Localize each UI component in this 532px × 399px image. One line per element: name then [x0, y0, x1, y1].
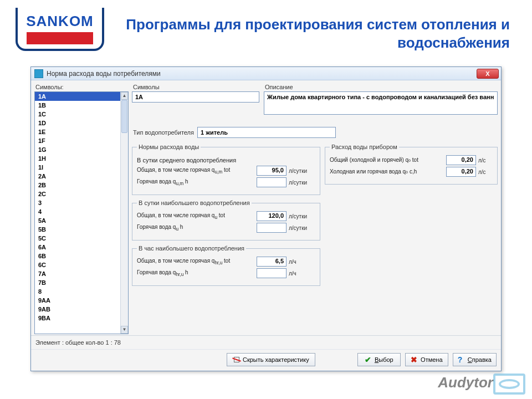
watermark-text: Audytor [438, 374, 493, 391]
avg-total-unit: л/сутки [289, 168, 315, 174]
maxhour-fieldset: В час наибольшего водопотребления Общая,… [132, 245, 320, 286]
scroll-up-button[interactable]: ▲ [121, 92, 128, 100]
avg-hot-input[interactable] [257, 177, 287, 187]
maxhour-total-input[interactable]: 6,5 [257, 257, 287, 267]
list-item[interactable]: 9AA [35, 296, 120, 305]
list-item[interactable]: 2B [35, 181, 120, 190]
list-item[interactable]: 2C [35, 190, 120, 198]
dialog-window: Норма расхода воды потребителями X Симво… [30, 66, 502, 371]
symbol-field[interactable]: 1A [132, 91, 259, 103]
maxday-hot-input[interactable] [257, 223, 287, 233]
list-item[interactable]: 1D [35, 119, 120, 127]
list-item[interactable]: 8 [35, 287, 120, 296]
description-label: Описание [265, 84, 498, 90]
page-title: Программы для проектирования систем отоп… [104, 16, 510, 52]
help-button[interactable]: ? Справка [453, 353, 497, 366]
maxday-total-input[interactable]: 120,0 [257, 211, 287, 221]
watermark-icon [493, 374, 525, 395]
section-maxhour-label: В час наибольшего водопотребления [137, 245, 246, 252]
list-item[interactable]: 1E [35, 127, 120, 136]
list-item[interactable]: 9AB [35, 305, 120, 314]
select-button-label: Выбор [375, 356, 393, 363]
list-item[interactable]: 2A [35, 172, 120, 181]
symbol-listbox[interactable]: 1A1B1C1D1E1F1G1H1I2A2B2C345A5B5C6A6B6C7A… [34, 91, 129, 334]
consumer-type-label: Тип водопотребителя [133, 129, 195, 136]
list-item[interactable]: 6B [35, 252, 120, 260]
check-icon: ✔ [365, 356, 372, 364]
norms-fieldset: Нормы расхода воды В сутки среднего водо… [132, 144, 320, 195]
cancel-button[interactable]: ✖ Отмена [405, 353, 448, 366]
device-coldhot-input[interactable]: 0,20 [446, 167, 476, 177]
maxday-total-unit: л/сутки [289, 213, 315, 219]
list-item[interactable]: 7A [35, 269, 120, 278]
device-legend: Расход воды прибором [330, 144, 399, 150]
avg-hot-unit: л/сутки [289, 180, 315, 186]
list-scrollbar[interactable]: ▲ ▼ [120, 92, 128, 334]
maxhour-hot-unit: л/ч [289, 270, 315, 277]
hide-icon [233, 356, 241, 364]
list-item[interactable]: 3 [35, 198, 120, 207]
maxhour-hot-label: Горячая вода qhr,u h [137, 269, 254, 278]
window-title: Норма расхода воды потребителями [47, 70, 161, 78]
help-button-label: Справка [468, 356, 492, 363]
maxday-total-label: Общая, в том числе горячая qu tot [137, 212, 254, 221]
list-item[interactable]: 5A [35, 216, 120, 225]
button-row: Скрыть характеристику ✔ Выбор ✖ Отмена ?… [31, 349, 501, 371]
list-item[interactable]: 5C [35, 234, 120, 243]
list-item[interactable]: 1I [35, 163, 120, 172]
list-item[interactable]: 1C [35, 110, 120, 119]
list-item[interactable]: 1F [35, 136, 120, 145]
cancel-icon: ✖ [411, 356, 418, 364]
list-item[interactable]: 1B [35, 101, 120, 110]
device-total-unit: л/с [478, 157, 493, 163]
maxday-hot-label: Горячая вода qu h [137, 224, 254, 232]
device-fieldset: Расход воды прибором Общий (холодной и г… [325, 144, 498, 185]
brand-bar [27, 32, 93, 44]
titlebar[interactable]: Норма расхода воды потребителями X [31, 67, 501, 80]
maxday-fieldset: В сутки наибольшего водопотребления Обща… [132, 200, 320, 241]
list-item[interactable]: 1H [35, 154, 120, 163]
app-icon [34, 69, 43, 78]
maxhour-total-unit: л/ч [289, 259, 315, 265]
list-item[interactable]: 6A [35, 243, 120, 252]
symbols-label-left: Символы: [35, 84, 129, 90]
avg-total-label: Общая, в том числе горячая qu,m tot [137, 167, 254, 175]
device-total-input[interactable]: 0,20 [446, 155, 476, 165]
select-button[interactable]: ✔ Выбор [357, 353, 401, 366]
list-item[interactable]: 1A [35, 92, 120, 101]
page-header: SANKOM Программы для проектирования сист… [0, 0, 532, 52]
maxhour-hot-input[interactable] [257, 268, 287, 278]
device-coldhot-unit: л/с [478, 169, 493, 175]
scroll-down-button[interactable]: ▼ [121, 326, 128, 334]
list-item[interactable]: 9BA [35, 314, 120, 323]
device-total-label: Общий (холодной и горячей) q₀ tot [330, 157, 444, 163]
list-item[interactable]: 1G [35, 145, 120, 154]
status-bar: Элемент : общее кол-во 1 : 78 [31, 335, 501, 349]
device-coldhot-label: Холодная или горячая вода q₀ c,h [330, 168, 444, 175]
scroll-thumb[interactable] [121, 100, 127, 133]
brand-logo: SANKOM [16, 8, 104, 51]
maxday-hot-unit: л/сутки [289, 225, 315, 231]
hide-characteristic-button[interactable]: Скрыть характеристику [227, 353, 315, 366]
norms-legend: Нормы расхода воды [137, 144, 201, 150]
help-icon: ? [458, 356, 466, 364]
list-item[interactable]: 7B [35, 278, 120, 287]
avg-hot-label: Горячая вода qu,m h [137, 178, 254, 187]
symbols-label-right: Символы [133, 84, 259, 90]
close-button[interactable]: X [477, 69, 499, 79]
list-item[interactable]: 5B [35, 225, 120, 234]
list-item[interactable]: 6C [35, 260, 120, 269]
avg-total-input[interactable]: 95,0 [257, 166, 287, 176]
list-item[interactable]: 4 [35, 207, 120, 216]
consumer-type-field[interactable]: 1 житель [197, 127, 336, 138]
cancel-button-label: Отмена [421, 356, 442, 363]
hide-button-label: Скрыть характеристику [243, 356, 309, 363]
description-field[interactable]: Жилые дома квартирного типа - с водопров… [264, 91, 498, 115]
maxhour-total-label: Общая, в том числе горячая qhr,u tot [137, 258, 254, 266]
section-avg-label: В сутки среднего водопотребления [137, 157, 315, 163]
section-maxday-label: В сутки наибольшего водопотребления [137, 200, 252, 206]
brand-name: SANKOM [26, 13, 94, 30]
